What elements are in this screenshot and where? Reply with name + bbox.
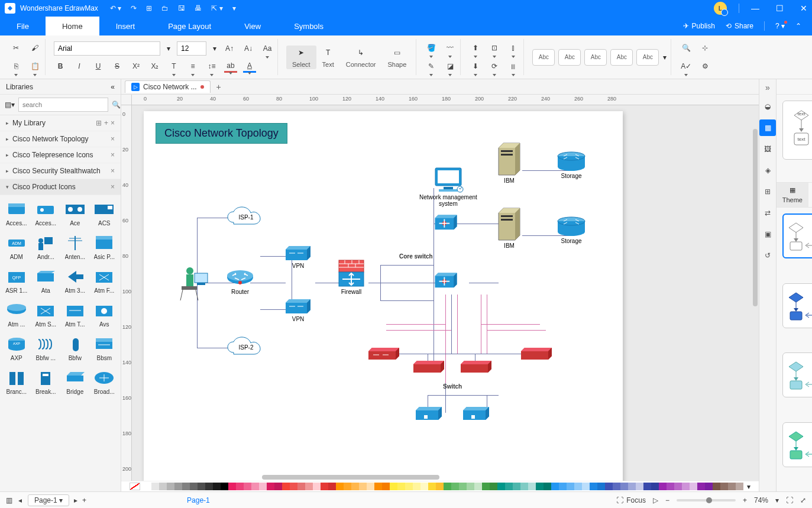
color-swatch[interactable] xyxy=(713,483,720,490)
node-redswitch2[interactable] xyxy=(412,360,445,373)
color-swatch[interactable] xyxy=(690,483,697,490)
color-swatch[interactable] xyxy=(167,483,174,490)
color-swatch[interactable] xyxy=(236,483,244,490)
shape-atm-s-[interactable]: Atm S... xyxy=(33,300,59,330)
status-page-display[interactable]: Page-1 xyxy=(187,496,210,504)
color-swatch[interactable] xyxy=(244,483,251,490)
color-swatch[interactable] xyxy=(267,483,274,490)
focus-mode-button[interactable]: ⛶Focus xyxy=(616,496,646,504)
node-redswitch1[interactable] xyxy=(367,347,400,360)
node-storage1[interactable]: Storage xyxy=(557,151,586,179)
pin-icon[interactable]: ⊞ xyxy=(96,119,102,127)
subtab-theme[interactable]: ▦Theme xyxy=(777,183,808,207)
shape-atm-[interactable]: Atm ... xyxy=(4,300,30,330)
color-swatch[interactable] xyxy=(736,483,743,490)
color-swatch[interactable] xyxy=(682,483,690,490)
shape-bbsm[interactable]: Bbsm xyxy=(92,334,118,364)
shape-avs[interactable]: Avs xyxy=(92,300,118,330)
color-swatch[interactable] xyxy=(551,483,559,490)
node-ibm1[interactable]: IBM xyxy=(497,141,521,184)
node-ibm2[interactable]: IBM xyxy=(497,206,521,249)
shape-asic-p-[interactable]: Asic P... xyxy=(92,232,118,263)
node-isp1[interactable]: ISP-1 xyxy=(227,206,266,227)
tab-view[interactable]: View xyxy=(228,17,277,35)
bullets-button[interactable]: ≡ xyxy=(186,60,199,73)
shape-acces-[interactable]: Acces... xyxy=(4,199,30,229)
node-core1[interactable] xyxy=(432,213,460,231)
search-icon[interactable]: 🔍 xyxy=(112,101,121,109)
cut-button[interactable]: ✂ xyxy=(9,41,22,54)
color-swatch[interactable] xyxy=(490,483,497,490)
color-swatch[interactable] xyxy=(328,483,336,490)
shape-anten-[interactable]: Anten... xyxy=(62,232,88,263)
fill-color-button[interactable]: 🪣 xyxy=(425,41,438,54)
color-swatch[interactable] xyxy=(182,483,190,490)
color-swatch[interactable] xyxy=(344,483,351,490)
qat-print[interactable]: 🖶 xyxy=(195,4,202,12)
qat-more[interactable]: ▾ xyxy=(232,4,236,12)
expand-right-panel[interactable]: » xyxy=(765,83,770,93)
color-swatch[interactable] xyxy=(259,483,267,490)
document-tab[interactable]: ▷ Cisco Network ... xyxy=(125,80,211,93)
node-storage2[interactable]: Storage xyxy=(557,216,586,244)
style-preset-3[interactable]: Abc xyxy=(584,49,607,66)
qat-save[interactable]: 🖫 xyxy=(178,4,185,12)
shape-axp[interactable]: AXPAXP xyxy=(4,334,30,364)
window-maximize[interactable]: ☐ xyxy=(776,4,784,13)
shape-ace[interactable]: Ace xyxy=(62,199,88,229)
color-swatch[interactable] xyxy=(520,483,528,490)
style-preset-1[interactable]: Abc xyxy=(532,49,555,66)
shape-adm[interactable]: ADMADM xyxy=(4,232,30,263)
qat-open[interactable]: 🗀 xyxy=(161,4,169,12)
color-swatch[interactable] xyxy=(436,483,444,490)
color-swatch[interactable] xyxy=(474,483,482,490)
bring-front-button[interactable]: ⬆ xyxy=(469,41,482,54)
color-swatch[interactable] xyxy=(428,483,436,490)
paste-button[interactable]: 📋 xyxy=(28,60,41,73)
node-smallswitch1[interactable] xyxy=(415,406,443,420)
color-swatch[interactable] xyxy=(282,483,290,490)
send-back-button[interactable]: ⬇ xyxy=(469,60,482,73)
shape-bbfw[interactable]: Bbfw xyxy=(62,334,88,364)
share-button[interactable]: ⟲Share xyxy=(726,22,753,30)
canvas[interactable]: Cisco Network Topology xyxy=(132,105,759,481)
color-swatch[interactable] xyxy=(513,483,520,490)
color-swatch[interactable] xyxy=(482,483,490,490)
line-style-button[interactable]: 〰 xyxy=(444,41,457,54)
theme-option-5[interactable] xyxy=(782,352,812,397)
color-swatch[interactable] xyxy=(636,483,643,490)
collapse-libraries-button[interactable]: « xyxy=(111,83,115,91)
node-redswitch4[interactable] xyxy=(520,347,553,360)
tool-layers[interactable]: ◈ xyxy=(759,162,776,179)
color-swatch[interactable] xyxy=(159,483,167,490)
spell-check-button[interactable]: A✓ xyxy=(680,60,693,73)
shape-andr-[interactable]: Andr... xyxy=(33,232,59,263)
text-effects-button[interactable]: T xyxy=(167,60,180,73)
shape-acs[interactable]: ACS xyxy=(92,199,118,229)
qat-export[interactable]: ⇱ ▾ xyxy=(211,4,222,12)
color-swatch[interactable] xyxy=(190,483,198,490)
window-close[interactable]: ✕ xyxy=(800,4,807,13)
color-swatch[interactable] xyxy=(720,483,728,490)
color-swatch[interactable] xyxy=(290,483,297,490)
color-swatch[interactable] xyxy=(336,483,344,490)
shape-atm-3-[interactable]: Atm 3... xyxy=(62,266,88,296)
palette-more[interactable]: ▾ xyxy=(747,483,750,491)
qat-undo[interactable]: ↶ ▾ xyxy=(110,4,121,12)
font-size-dropdown[interactable]: ▾ xyxy=(212,44,217,53)
zoom-slider[interactable] xyxy=(677,499,736,501)
qat-new[interactable]: ⊞ xyxy=(146,4,152,12)
font-name-combo[interactable] xyxy=(54,41,160,56)
copy-button[interactable]: ⎘ xyxy=(9,60,22,73)
status-page-next[interactable]: ▸ xyxy=(74,496,77,504)
format-painter-button[interactable]: 🖌 xyxy=(28,41,41,54)
theme-option-1[interactable] xyxy=(782,213,812,258)
help-button[interactable]: ? ▾ xyxy=(775,22,785,30)
font-size-combo[interactable] xyxy=(177,41,206,56)
color-swatch[interactable] xyxy=(198,483,205,490)
color-swatch[interactable] xyxy=(174,483,182,490)
color-swatch[interactable] xyxy=(613,483,620,490)
style-preset-5[interactable]: Abc xyxy=(636,49,659,66)
color-swatch[interactable] xyxy=(228,483,236,490)
decrease-font-button[interactable]: A↓ xyxy=(242,42,255,55)
